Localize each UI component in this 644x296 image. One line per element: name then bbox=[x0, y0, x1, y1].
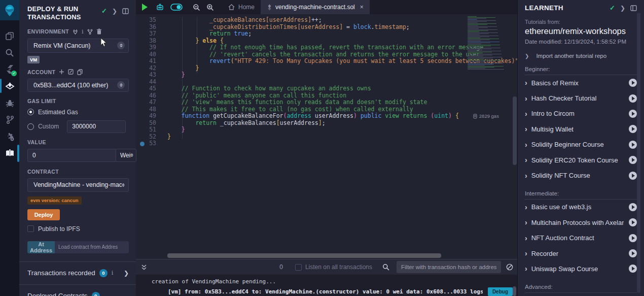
tutorial-item[interactable]: ›Solidity NFT Course bbox=[525, 168, 637, 183]
expand-terminal-icon[interactable] bbox=[141, 264, 147, 271]
code-editor[interactable]: 35 _cupcakeBalances[userAddress]++;36 _c… bbox=[136, 14, 517, 259]
tutorial-item[interactable]: ›Basic use of web3.js bbox=[525, 200, 637, 215]
play-tutorial-button[interactable] bbox=[629, 141, 637, 149]
tutorial-item[interactable]: ›Intro to Circom bbox=[525, 106, 637, 121]
code-line[interactable]: 42 } bbox=[136, 65, 517, 72]
code-line[interactable]: 46 // 'public' means anyone can call thi… bbox=[136, 92, 517, 100]
tutorial-item[interactable]: ›Recorder bbox=[525, 246, 637, 261]
tab-active-file[interactable]: vending-machine-contract.sol × bbox=[261, 0, 370, 14]
code-line[interactable]: 36 _cupcakeDistributionTimes[userAddress… bbox=[136, 24, 517, 31]
editor-minimap[interactable] bbox=[466, 15, 512, 70]
code-line[interactable]: 41 revert("HTTP 429: Too Many Cupcakes (… bbox=[136, 58, 517, 65]
play-tutorial-button[interactable] bbox=[629, 94, 637, 103]
play-tutorial-button[interactable] bbox=[629, 234, 637, 242]
solidity-compiler-icon[interactable]: ✓ bbox=[0, 61, 19, 78]
play-tutorial-button[interactable] bbox=[629, 218, 637, 226]
add-account-icon[interactable] bbox=[59, 69, 64, 75]
file-explorer-icon[interactable] bbox=[0, 27, 19, 44]
zoom-in-icon[interactable] bbox=[206, 4, 214, 11]
code-line[interactable]: 37 return true; bbox=[136, 30, 517, 38]
plug-icon[interactable] bbox=[73, 29, 78, 35]
tutorial-item[interactable]: ›Solidity Beginner Course bbox=[525, 137, 637, 152]
code-line[interactable]: 40 // 'revert' cancels the transaction a… bbox=[136, 51, 517, 58]
git-icon[interactable] bbox=[0, 111, 19, 128]
tutorial-item[interactable]: ›Basics of Remix bbox=[525, 75, 637, 90]
editor-horizontal-scrollbar[interactable] bbox=[167, 253, 441, 258]
at-address-input[interactable] bbox=[55, 241, 129, 253]
tutorial-item[interactable]: ›All about Proxy Contracts bbox=[525, 293, 637, 296]
deploy-button[interactable]: Deploy bbox=[27, 209, 60, 220]
learneth-collapse-icon[interactable]: ❯ bbox=[620, 5, 625, 12]
value-unit-select[interactable]: Wei bbox=[116, 149, 136, 162]
tutorial-item[interactable]: ›Multichain Protocols with Axelar bbox=[525, 215, 637, 230]
editor-vertical-scrollbar[interactable] bbox=[513, 96, 517, 165]
code-line[interactable]: 43 } bbox=[136, 72, 517, 79]
code-line[interactable]: 39 // If not enough time has passed, rev… bbox=[136, 44, 517, 51]
tutorial-item[interactable]: ›Multisig Wallet bbox=[525, 121, 637, 137]
code-line[interactable]: 52} bbox=[136, 134, 517, 141]
debug-button[interactable]: Debug bbox=[488, 287, 513, 296]
transactions-info-icon[interactable]: i bbox=[112, 270, 114, 276]
copy-account-icon[interactable] bbox=[77, 69, 83, 75]
terminal-filter-input[interactable] bbox=[397, 261, 501, 273]
code-line[interactable]: 51 } bbox=[136, 126, 517, 134]
play-tutorial-button[interactable] bbox=[629, 249, 637, 257]
code-line[interactable]: 38 } else { bbox=[136, 38, 517, 45]
deploy-run-icon[interactable] bbox=[0, 78, 19, 94]
code-line[interactable]: 49 function getCupcakeBalanceFor(address… bbox=[136, 113, 517, 120]
code-line[interactable]: 45 // Function to check how many cupcake… bbox=[136, 85, 517, 92]
code-line[interactable]: 47 // 'view' means this function only re… bbox=[136, 99, 517, 106]
clear-terminal-icon[interactable] bbox=[506, 264, 513, 271]
learneth-book-icon[interactable] bbox=[0, 145, 19, 161]
breakpoint-dot[interactable] bbox=[140, 142, 145, 146]
code-line[interactable]: 48 // This makes it free to call (no gas… bbox=[136, 106, 517, 113]
panel-pin-icon[interactable] bbox=[122, 8, 129, 14]
play-tutorial-button[interactable] bbox=[629, 172, 637, 180]
tutorial-item[interactable]: ›Hash Checker Tutorial bbox=[525, 90, 637, 106]
publish-ipfs-checkbox[interactable] bbox=[27, 225, 34, 232]
play-tutorial-button[interactable] bbox=[629, 203, 637, 211]
code-line[interactable]: 53 bbox=[136, 140, 517, 147]
tutorial-item[interactable]: ›Uniswap Swap Course bbox=[525, 261, 637, 276]
deployed-contracts-section[interactable]: Deployed Contracts 0 bbox=[19, 284, 136, 296]
code-line[interactable]: 50 return _cupcakeBalances[userAddress]; bbox=[136, 120, 517, 127]
delete-environment-icon[interactable] bbox=[96, 28, 102, 35]
play-tutorial-button[interactable] bbox=[629, 125, 637, 133]
account-select[interactable]: 0x5B3...eddC4 (100 ether) bbox=[27, 79, 129, 92]
tab-home[interactable]: Home bbox=[222, 0, 261, 14]
remix-logo[interactable] bbox=[0, 0, 19, 20]
panel-collapse-icon[interactable]: ❯ bbox=[112, 8, 117, 15]
transactions-expand-icon[interactable]: ❯ bbox=[124, 270, 129, 277]
tutorial-item[interactable]: ›NFT Auction Contract bbox=[525, 231, 637, 246]
code-line[interactable]: 44 bbox=[136, 79, 517, 86]
tutorial-item[interactable]: ›Solidity ERC20 Token Course bbox=[525, 152, 637, 168]
at-address-button[interactable]: At Address bbox=[27, 241, 55, 253]
custom-gas-radio[interactable] bbox=[27, 123, 34, 130]
debugger-icon[interactable] bbox=[0, 94, 19, 111]
transactions-recorded-section[interactable]: Transactions recorded 0 i ❯ bbox=[19, 261, 136, 284]
fork-icon[interactable] bbox=[87, 29, 93, 35]
estimated-gas-radio[interactable] bbox=[27, 109, 34, 115]
value-input[interactable] bbox=[27, 149, 116, 162]
contract-select[interactable]: VendingMachine - vending-machin bbox=[27, 178, 129, 192]
edit-account-icon[interactable] bbox=[68, 69, 74, 75]
play-tutorial-button[interactable] bbox=[629, 265, 637, 273]
terminal-scrollbar[interactable] bbox=[513, 286, 516, 296]
zoom-out-icon[interactable] bbox=[193, 4, 200, 11]
terminal-tx-line[interactable]: [vm] from: 0x5B3...eddC4 to: VendingMach… bbox=[168, 287, 513, 296]
ai-assistant-icon[interactable] bbox=[156, 3, 164, 11]
custom-gas-input[interactable] bbox=[67, 120, 126, 133]
learneth-scrollbar[interactable] bbox=[637, 13, 640, 293]
search-icon[interactable] bbox=[0, 44, 19, 61]
settings-icon[interactable] bbox=[0, 128, 19, 145]
play-tutorial-button[interactable] bbox=[629, 110, 637, 118]
code-line[interactable]: 35 _cupcakeBalances[userAddress]++; bbox=[136, 17, 517, 24]
run-script-icon[interactable] bbox=[142, 4, 148, 11]
terminal-search-icon[interactable] bbox=[382, 264, 389, 271]
ai-toggle-switch[interactable] bbox=[170, 4, 183, 11]
environment-info-icon[interactable]: i bbox=[82, 28, 84, 35]
environment-select[interactable]: Remix VM (Cancun) bbox=[27, 39, 129, 53]
play-tutorial-button[interactable] bbox=[629, 156, 637, 164]
learneth-pin-icon[interactable] bbox=[630, 5, 637, 11]
import-tutorial-repo[interactable]: ❯ Import another tutorial repo bbox=[525, 53, 637, 59]
